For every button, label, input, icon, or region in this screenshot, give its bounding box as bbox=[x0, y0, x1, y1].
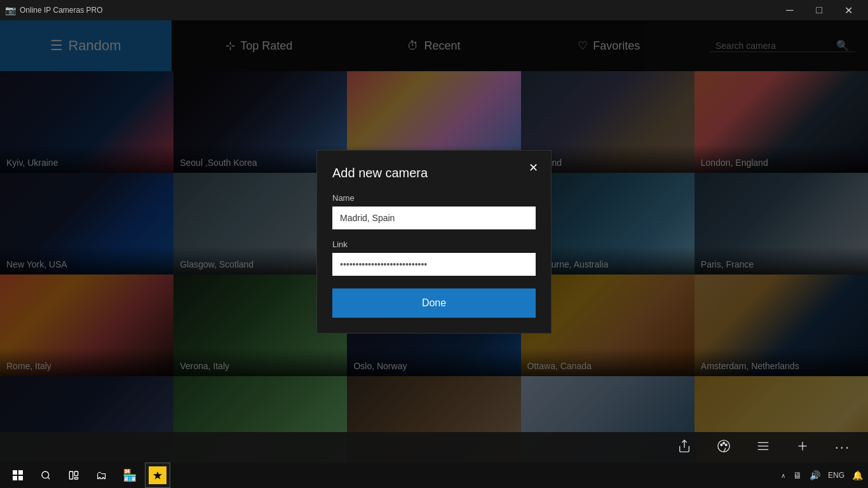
name-input[interactable] bbox=[332, 207, 536, 229]
link-label: Link bbox=[332, 240, 536, 249]
maximize-button[interactable]: □ bbox=[804, 0, 834, 20]
taskbar-right: ∧ 🖥 🔊 ENG 🔔 bbox=[781, 470, 863, 480]
taskbar-left: 🗂 🏪 bbox=[5, 463, 170, 488]
modal-close-button[interactable]: ✕ bbox=[524, 158, 543, 177]
explorer-button[interactable]: 🗂 bbox=[89, 463, 114, 488]
bottom-toolbar: ··· bbox=[0, 432, 868, 463]
svg-point-1 bbox=[721, 444, 722, 445]
palette-button[interactable] bbox=[712, 437, 736, 459]
app-title: Online IP Cameras PRO bbox=[20, 6, 103, 15]
start-button[interactable] bbox=[5, 463, 31, 488]
svg-rect-10 bbox=[18, 470, 23, 475]
minimize-button[interactable]: ─ bbox=[775, 0, 804, 20]
volume-icon: 🔊 bbox=[810, 470, 820, 480]
add-camera-modal: ✕ Add new camera Name Link Done bbox=[316, 150, 552, 334]
modal-overlay: ✕ Add new camera Name Link Done bbox=[0, 20, 868, 463]
add-button[interactable] bbox=[790, 437, 815, 459]
svg-rect-11 bbox=[13, 476, 17, 480]
done-button[interactable]: Done bbox=[332, 288, 536, 318]
taskbar: 🗂 🏪 ∧ 🖥 🔊 ENG 🔔 bbox=[0, 463, 868, 488]
language-indicator: ENG bbox=[828, 471, 844, 480]
app-icon: 📷 bbox=[5, 5, 16, 15]
app-button[interactable] bbox=[145, 463, 170, 488]
svg-point-13 bbox=[42, 471, 49, 478]
svg-point-3 bbox=[725, 444, 727, 445]
system-tray-chevron[interactable]: ∧ bbox=[781, 472, 785, 479]
svg-rect-14 bbox=[69, 471, 72, 479]
more-icon: ··· bbox=[835, 439, 850, 455]
name-label: Name bbox=[332, 193, 536, 203]
svg-marker-17 bbox=[153, 471, 162, 479]
svg-rect-12 bbox=[18, 476, 23, 480]
share-button[interactable] bbox=[672, 437, 696, 459]
search-taskbar-button[interactable] bbox=[33, 463, 58, 488]
modal-title: Add new camera bbox=[332, 166, 536, 180]
task-view-button[interactable] bbox=[61, 463, 86, 488]
store-button[interactable]: 🏪 bbox=[117, 463, 142, 488]
svg-rect-15 bbox=[74, 471, 78, 476]
link-input[interactable] bbox=[332, 253, 536, 276]
network-icon: 🖥 bbox=[793, 470, 802, 480]
svg-point-2 bbox=[722, 442, 724, 444]
list-button[interactable] bbox=[751, 437, 775, 459]
more-button[interactable]: ··· bbox=[830, 437, 855, 458]
close-button[interactable]: ✕ bbox=[834, 0, 863, 20]
title-bar: 📷 Online IP Cameras PRO ─ □ ✕ bbox=[0, 0, 868, 20]
notification-bell[interactable]: 🔔 bbox=[852, 470, 863, 480]
svg-rect-16 bbox=[74, 477, 78, 479]
svg-rect-9 bbox=[13, 470, 17, 475]
